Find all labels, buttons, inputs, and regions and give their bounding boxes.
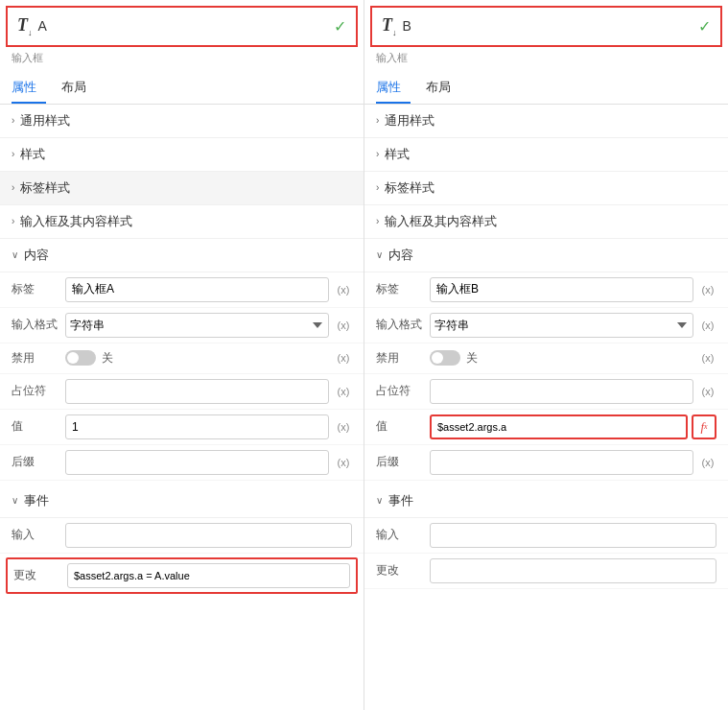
tab-a-property[interactable]: 属性 [12, 73, 46, 104]
field-b-label-x: (x) [699, 284, 716, 296]
field-a-value-control [65, 414, 329, 439]
section-b-style[interactable]: › 样式 [364, 138, 728, 172]
panel-b-tabs: 属性 布局 [364, 73, 728, 105]
section-a-general-label: 通用样式 [20, 112, 70, 130]
field-b-event-change: 更改 [364, 554, 728, 589]
field-b-disabled-text: 禁用 [376, 350, 430, 367]
panel-a-content-header[interactable]: ∨ 内容 [0, 239, 364, 272]
section-a-input-style[interactable]: › 输入框及其内容样式 [0, 205, 364, 239]
field-b-label: 标签 (x) [364, 272, 728, 308]
panel-a-events: ∨ 事件 输入 更改 [0, 485, 364, 598]
fx-button[interactable]: fx [692, 414, 716, 439]
section-a-tag-style[interactable]: › 标签样式 [0, 172, 364, 205]
field-b-suffix-text: 后缀 [376, 454, 430, 470]
field-b-suffix-x: (x) [699, 457, 716, 468]
tab-b-property[interactable]: 属性 [376, 73, 411, 104]
field-b-value-text: 值 [376, 418, 430, 435]
panel-b-content-header[interactable]: ∨ 内容 [364, 239, 728, 272]
field-b-suffix-input[interactable] [430, 450, 693, 475]
field-a-placeholder-control [65, 379, 329, 404]
field-b-format-x: (x) [699, 320, 716, 331]
field-b-format-select[interactable]: 字符串 [430, 313, 693, 338]
panel-a-events-header[interactable]: ∨ 事件 [0, 485, 364, 518]
panel-b: T↓ B ✓ 输入框 属性 布局 › 通用样式 › 样式 › 标签样式 › 输入… [364, 0, 728, 710]
section-a-tag-style-label: 标签样式 [20, 179, 70, 197]
field-a-event-input: 输入 [0, 518, 364, 554]
panel-b-check: ✓ [698, 17, 711, 36]
field-a-event-input-field[interactable] [65, 523, 352, 548]
panel-a-subtitle: 输入框 [0, 47, 364, 69]
chevron-icon: › [376, 115, 379, 126]
field-b-event-change-input[interactable] [430, 558, 716, 583]
field-b-value-input[interactable] [430, 414, 688, 439]
field-a-suffix: 后缀 (x) [0, 445, 364, 481]
panel-a-content: ∨ 内容 标签 (x) 输入格式 字符串 (x) [0, 239, 364, 481]
section-a-general[interactable]: › 通用样式 [0, 105, 364, 138]
chevron-down-icon-events-b: ∨ [376, 495, 383, 506]
field-b-event-input-text: 输入 [376, 527, 430, 543]
field-a-disabled: 禁用 关 (x) [0, 343, 364, 374]
field-b-label-control [430, 277, 693, 302]
field-b-value-control: fx [430, 414, 716, 439]
field-b-placeholder-input[interactable] [430, 379, 693, 404]
field-b-value: 值 fx [364, 410, 728, 445]
panel-b-header[interactable]: T↓ B ✓ [370, 6, 722, 47]
field-a-value: 值 (x) [0, 410, 364, 445]
field-a-suffix-input[interactable] [65, 450, 329, 475]
field-a-label-x: (x) [335, 284, 352, 296]
field-a-disabled-x: (x) [335, 352, 352, 364]
tab-b-layout[interactable]: 布局 [426, 73, 460, 104]
field-b-label-input[interactable] [430, 277, 693, 302]
field-a-disabled-toggle[interactable] [65, 350, 96, 366]
panel-b-title: B [403, 18, 699, 34]
panel-a-icon: T↓ [17, 15, 33, 37]
field-a-value-text: 值 [12, 418, 65, 435]
field-a-value-input[interactable] [65, 414, 329, 439]
panel-a-title: A [38, 18, 335, 34]
field-a-label-control [65, 277, 329, 302]
field-a-disabled-toggle-label: 关 [102, 350, 113, 367]
field-b-disabled-x: (x) [699, 352, 716, 364]
field-a-disabled-control: 关 [65, 350, 329, 367]
chevron-icon: › [376, 216, 379, 226]
panel-a-header[interactable]: T↓ A ✓ [6, 6, 358, 47]
tab-a-layout[interactable]: 布局 [61, 73, 96, 104]
field-a-label: 标签 (x) [0, 272, 364, 308]
field-a-event-change-input[interactable] [67, 563, 350, 588]
field-b-event-input-field[interactable] [430, 523, 716, 548]
field-a-placeholder-x: (x) [335, 386, 352, 397]
field-a-format: 输入格式 字符串 (x) [0, 308, 364, 343]
field-b-format-control: 字符串 [430, 313, 693, 338]
field-a-event-change-control [67, 563, 350, 588]
panel-a: T↓ A ✓ 输入框 属性 布局 › 通用样式 › 样式 › 标签样式 › 输入… [0, 0, 364, 710]
section-b-tag-style-label: 标签样式 [385, 179, 434, 197]
field-a-event-input-text: 输入 [12, 527, 65, 543]
section-b-tag-style[interactable]: › 标签样式 [364, 172, 728, 205]
field-b-disabled-toggle[interactable] [430, 350, 460, 366]
field-b-placeholder-x: (x) [699, 386, 716, 397]
chevron-icon: › [12, 216, 14, 226]
section-b-input-style[interactable]: › 输入框及其内容样式 [364, 205, 728, 239]
section-b-general[interactable]: › 通用样式 [364, 105, 728, 138]
field-a-placeholder-input[interactable] [65, 379, 329, 404]
panel-a-tabs: 属性 布局 [0, 73, 364, 105]
field-b-suffix-control [430, 450, 693, 475]
field-a-format-select[interactable]: 字符串 [65, 313, 329, 338]
field-a-event-change-row: 更改 [8, 559, 356, 592]
field-a-format-x: (x) [335, 320, 352, 331]
section-a-style[interactable]: › 样式 [0, 138, 364, 172]
section-a-input-style-label: 输入框及其内容样式 [20, 213, 132, 230]
panel-b-content: ∨ 内容 标签 (x) 输入格式 字符串 (x) [364, 239, 728, 481]
field-a-label-input[interactable] [65, 277, 329, 302]
field-a-placeholder: 占位符 (x) [0, 374, 364, 410]
chevron-down-icon-events: ∨ [12, 495, 18, 506]
field-a-suffix-x: (x) [335, 457, 352, 468]
field-a-suffix-control [65, 450, 329, 475]
field-a-format-control: 字符串 [65, 313, 329, 338]
panel-b-content-label: 内容 [388, 247, 413, 264]
field-b-placeholder-text: 占位符 [376, 383, 430, 399]
panel-b-events-header[interactable]: ∨ 事件 [364, 485, 728, 518]
field-b-event-input: 输入 [364, 518, 728, 554]
field-a-label-text: 标签 [12, 281, 65, 297]
field-b-placeholder-control [430, 379, 693, 404]
